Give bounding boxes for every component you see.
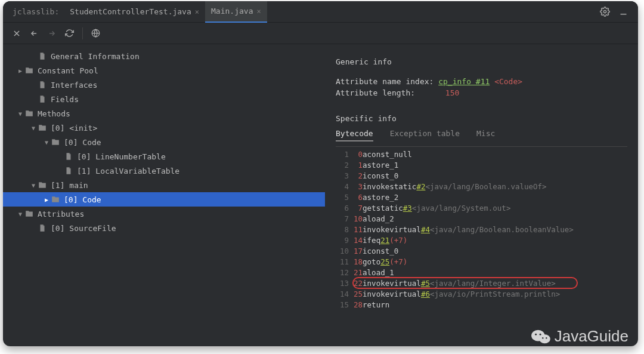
pc-offset: 17	[354, 246, 363, 257]
folder-icon	[24, 66, 34, 75]
pc-offset: 6	[354, 192, 363, 203]
close-icon[interactable]	[13, 29, 21, 38]
jump-target[interactable]: 25	[380, 257, 389, 267]
chevron-icon[interactable]: ▶	[16, 67, 24, 74]
refresh-icon[interactable]	[65, 29, 74, 38]
settings-icon[interactable]	[600, 7, 610, 17]
editor-tab[interactable]: StudentControllerTest.java×	[64, 1, 205, 23]
bytecode-line[interactable]: 811 invokevirtual #4 <java/lang/Boolean.…	[336, 224, 627, 235]
tree-item[interactable]: [0] SourceFile	[3, 221, 325, 235]
attr-length-label: Attribute length:	[336, 88, 441, 97]
chevron-icon[interactable]: ▼	[16, 110, 24, 117]
back-icon[interactable]	[29, 29, 39, 38]
opcode: return	[363, 300, 389, 310]
attr-name-index-label: Attribute name index:	[336, 77, 434, 86]
tree-label: [1] LocalVariableTable	[77, 167, 179, 176]
bytecode-line[interactable]: 1322 invokevirtual #5 <java/lang/Integer…	[336, 278, 627, 289]
globe-icon[interactable]	[91, 29, 100, 38]
opcode: aload_2	[363, 214, 394, 224]
bytecode-line[interactable]: 3 2 iconst_0	[336, 171, 627, 181]
tree-item[interactable]: Fields	[3, 92, 325, 106]
tree-item[interactable]: ▼[1] main	[3, 178, 325, 192]
tree-item[interactable]: General Information	[3, 49, 325, 63]
forward-icon[interactable]	[47, 29, 57, 38]
bytecode-line[interactable]: 1017 iconst_0	[336, 246, 627, 257]
constant-ref[interactable]: #5	[421, 278, 430, 289]
pc-offset: 2	[354, 171, 363, 181]
bytecode-line[interactable]: 5 6 astore_2	[336, 192, 627, 203]
line-number: 14	[336, 289, 349, 300]
jump-target[interactable]: 21	[380, 235, 389, 246]
titlebar-actions	[600, 7, 633, 17]
file-icon	[64, 152, 73, 161]
subtab[interactable]: Bytecode	[336, 129, 373, 141]
tree-item[interactable]: ▼[0] <init>	[3, 121, 325, 135]
bytecode-listing[interactable]: 1 0 aconst_null2 1 astore_13 2 iconst_04…	[336, 146, 627, 310]
line-number: 1	[336, 149, 349, 160]
pc-offset: 10	[354, 214, 363, 224]
attribute-name-index-row: Attribute name index: cp_info #11 <Code>	[336, 77, 627, 86]
tree-item[interactable]: ▼Attributes	[3, 207, 325, 221]
chevron-icon[interactable]: ▼	[29, 125, 38, 131]
tree-item[interactable]: ▶[0] Code	[3, 192, 325, 207]
minimize-icon[interactable]	[618, 7, 628, 17]
tab-close-icon[interactable]: ×	[195, 8, 199, 16]
opcode: aload_1	[363, 267, 394, 278]
tree-item[interactable]: [1] LocalVariableTable	[3, 164, 325, 178]
bytecode-line[interactable]: 2 1 astore_1	[336, 160, 627, 171]
tree-item[interactable]: [0] LineNumberTable	[3, 149, 325, 164]
constant-ref[interactable]: #2	[416, 181, 425, 192]
tree-item[interactable]: ▼[0] Code	[3, 135, 325, 149]
line-number: 7	[336, 214, 349, 224]
tree-label: Methods	[38, 109, 70, 118]
subtab[interactable]: Misc	[476, 129, 495, 141]
bytecode-line[interactable]: 1221 aload_1	[336, 267, 627, 278]
bytecode-line[interactable]: 710 aload_2	[336, 214, 627, 224]
structure-tree[interactable]: General Information▶Constant PoolInterfa…	[3, 44, 325, 346]
pc-offset: 14	[354, 235, 363, 246]
opcode: goto	[363, 257, 380, 267]
watermark-text: JavaGuide	[555, 327, 628, 346]
project-label: jclasslib:	[8, 7, 64, 16]
bytecode-line[interactable]: 1 0 aconst_null	[336, 149, 627, 160]
pc-offset: 3	[354, 181, 363, 192]
pc-offset: 28	[354, 300, 363, 310]
chevron-icon[interactable]: ▶	[42, 196, 51, 203]
operand-comment: <java/lang/Integer.intValue>	[430, 278, 556, 289]
svg-point-10	[535, 333, 537, 335]
chevron-icon[interactable]: ▼	[29, 182, 38, 189]
constant-ref[interactable]: #4	[421, 224, 430, 235]
editor-tab[interactable]: Main.java×	[205, 1, 267, 23]
opcode: astore_2	[363, 192, 398, 203]
constant-ref[interactable]: #6	[421, 289, 430, 300]
bytecode-line[interactable]: 4 3 invokestatic #2 <java/lang/Boolean.v…	[336, 181, 627, 192]
pc-offset: 11	[354, 224, 363, 235]
opcode: ifeq	[363, 235, 380, 246]
bytecode-line[interactable]: 1118 goto 25 (+7)	[336, 257, 627, 267]
line-number: 4	[336, 181, 349, 192]
bytecode-line[interactable]: 1425 invokevirtual #6 <java/io/PrintStre…	[336, 289, 627, 300]
bytecode-line[interactable]: 1528 return	[336, 300, 627, 310]
titlebar: jclasslib: StudentControllerTest.java×Ma…	[3, 1, 638, 23]
tree-label: [0] Code	[64, 195, 101, 204]
pc-offset: 1	[354, 160, 363, 171]
constant-ref[interactable]: #3	[403, 203, 412, 214]
line-number: 5	[336, 192, 349, 203]
tree-label: [0] SourceFile	[51, 224, 116, 233]
tab-label: Main.java	[211, 7, 253, 16]
bytecode-line[interactable]: 6 7 getstatic #3 <java/lang/System.out>	[336, 203, 627, 214]
attr-name-index-link[interactable]: cp_info #11	[438, 77, 490, 86]
subtab[interactable]: Exception table	[390, 129, 460, 141]
tab-close-icon[interactable]: ×	[256, 7, 261, 16]
opcode: invokevirtual	[363, 289, 421, 300]
chevron-icon[interactable]: ▼	[16, 211, 24, 217]
opcode: invokestatic	[363, 181, 416, 192]
tree-item[interactable]: ▶Constant Pool	[3, 63, 325, 78]
tree-item[interactable]: ▼Methods	[3, 106, 325, 121]
folder-icon	[24, 109, 34, 118]
chevron-icon[interactable]: ▼	[42, 139, 51, 146]
bytecode-line[interactable]: 914 ifeq 21 (+7)	[336, 235, 627, 246]
tree-item[interactable]: Interfaces	[3, 78, 325, 92]
file-icon	[38, 51, 47, 61]
tree-label: Attributes	[38, 210, 84, 218]
